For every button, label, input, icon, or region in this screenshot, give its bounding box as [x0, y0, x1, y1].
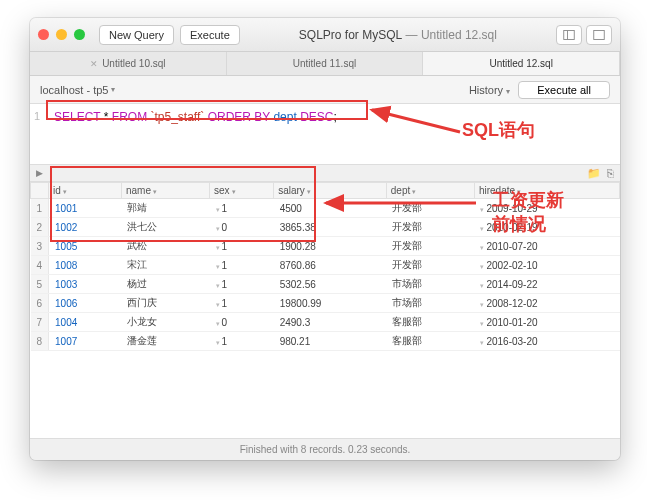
- cell-salary: 4500: [274, 199, 387, 218]
- cell-dept: 开发部: [386, 237, 474, 256]
- status-bar: Finished with 8 records. 0.23 seconds.: [30, 438, 620, 460]
- cell-name: 西门庆: [121, 294, 209, 313]
- history-dropdown[interactable]: History ▾: [469, 84, 510, 96]
- execute-all-button[interactable]: Execute all: [518, 81, 610, 99]
- folder-icon[interactable]: 📁: [587, 167, 601, 180]
- cell-id: 1001: [49, 199, 122, 218]
- results-table: id▾name▾sex▾salary▾dept▾hiredate▾ 1 1001…: [30, 182, 620, 351]
- cell-name: 杨过: [121, 275, 209, 294]
- panel-toggle-icon[interactable]: [586, 25, 612, 45]
- cell-hiredate: ▾2002-02-10: [474, 256, 619, 275]
- svg-rect-0: [564, 30, 575, 39]
- app-window: New Query Execute SQLPro for MySQL — Unt…: [30, 18, 620, 460]
- cell-id: 1002: [49, 218, 122, 237]
- line-number: 1: [34, 110, 40, 122]
- cell-hiredate: ▾2016-03-20: [474, 332, 619, 351]
- row-number: 7: [31, 313, 49, 332]
- table-row[interactable]: 8 1007 潘金莲 ▾1 980.21 客服部 ▾2016-03-20: [31, 332, 620, 351]
- cell-id: 1006: [49, 294, 122, 313]
- cell-sex: ▾1: [210, 294, 274, 313]
- table-row[interactable]: 4 1008 宋江 ▾1 8760.86 开发部 ▾2002-02-10: [31, 256, 620, 275]
- sql-editor[interactable]: 1 SELECT * FROM `tp5_staff` ORDER BY dep…: [30, 104, 620, 164]
- column-header[interactable]: [31, 183, 49, 199]
- column-header[interactable]: salary▾: [274, 183, 387, 199]
- cell-salary: 2490.3: [274, 313, 387, 332]
- cell-id: 1007: [49, 332, 122, 351]
- tab-bar: ✕Untitled 10.sql Untitled 11.sql Untitle…: [30, 52, 620, 76]
- cell-sex: ▾1: [210, 332, 274, 351]
- cell-dept: 开发部: [386, 256, 474, 275]
- table-row[interactable]: 6 1006 西门庆 ▾1 19800.99 市场部 ▾2008-12-02: [31, 294, 620, 313]
- cell-hiredate: ▾2009-10-29: [474, 199, 619, 218]
- column-header[interactable]: hiredate▾: [474, 183, 619, 199]
- cell-sex: ▾0: [210, 218, 274, 237]
- cell-name: 郭靖: [121, 199, 209, 218]
- titlebar: New Query Execute SQLPro for MySQL — Unt…: [30, 18, 620, 52]
- table-row[interactable]: 2 1002 洪七公 ▾0 3865.38 开发部 ▾2010-02-19: [31, 218, 620, 237]
- cell-sex: ▾1: [210, 199, 274, 218]
- cell-salary: 8760.86: [274, 256, 387, 275]
- tab-1[interactable]: Untitled 11.sql: [227, 52, 424, 75]
- row-number: 1: [31, 199, 49, 218]
- cell-name: 小龙女: [121, 313, 209, 332]
- minimize-icon[interactable]: [56, 29, 67, 40]
- table-row[interactable]: 5 1003 杨过 ▾1 5302.56 市场部 ▾2014-09-22: [31, 275, 620, 294]
- table-row[interactable]: 3 1005 武松 ▾1 1900.28 开发部 ▾2010-07-20: [31, 237, 620, 256]
- cell-name: 洪七公: [121, 218, 209, 237]
- row-number: 2: [31, 218, 49, 237]
- close-tab-icon[interactable]: ✕: [90, 59, 98, 69]
- column-header[interactable]: dept▾: [386, 183, 474, 199]
- cell-id: 1005: [49, 237, 122, 256]
- close-icon[interactable]: [38, 29, 49, 40]
- cell-salary: 980.21: [274, 332, 387, 351]
- connection-dropdown[interactable]: localhost - tp5▾: [40, 84, 115, 96]
- row-number: 6: [31, 294, 49, 313]
- execute-button[interactable]: Execute: [180, 25, 240, 45]
- cell-dept: 市场部: [386, 275, 474, 294]
- row-number: 3: [31, 237, 49, 256]
- cell-name: 宋江: [121, 256, 209, 275]
- svg-rect-2: [594, 30, 605, 39]
- cell-salary: 19800.99: [274, 294, 387, 313]
- sidebar-toggle-icon[interactable]: [556, 25, 582, 45]
- cell-salary: 3865.38: [274, 218, 387, 237]
- window-title: SQLPro for MySQL — Untitled 12.sql: [246, 28, 550, 42]
- cell-hiredate: ▾2014-09-22: [474, 275, 619, 294]
- row-number: 8: [31, 332, 49, 351]
- column-header[interactable]: sex▾: [210, 183, 274, 199]
- cell-name: 潘金莲: [121, 332, 209, 351]
- cell-sex: ▾1: [210, 237, 274, 256]
- row-number: 5: [31, 275, 49, 294]
- connection-toolbar: localhost - tp5▾ History ▾ Execute all: [30, 76, 620, 104]
- cell-name: 武松: [121, 237, 209, 256]
- zoom-icon[interactable]: [74, 29, 85, 40]
- cell-id: 1008: [49, 256, 122, 275]
- cell-hiredate: ▾2010-02-19: [474, 218, 619, 237]
- cell-hiredate: ▾2010-07-20: [474, 237, 619, 256]
- results-splitter[interactable]: ▶ 📁 ⎘: [30, 164, 620, 182]
- cell-hiredate: ▾2008-12-02: [474, 294, 619, 313]
- cell-id: 1003: [49, 275, 122, 294]
- row-number: 4: [31, 256, 49, 275]
- new-query-button[interactable]: New Query: [99, 25, 174, 45]
- cell-hiredate: ▾2010-01-20: [474, 313, 619, 332]
- cell-id: 1004: [49, 313, 122, 332]
- cell-salary: 1900.28: [274, 237, 387, 256]
- table-row[interactable]: 1 1001 郭靖 ▾1 4500 开发部 ▾2009-10-29: [31, 199, 620, 218]
- cell-sex: ▾0: [210, 313, 274, 332]
- export-icon[interactable]: ⎘: [607, 167, 614, 180]
- cell-dept: 开发部: [386, 199, 474, 218]
- cell-sex: ▾1: [210, 275, 274, 294]
- cell-salary: 5302.56: [274, 275, 387, 294]
- table-row[interactable]: 7 1004 小龙女 ▾0 2490.3 客服部 ▾2010-01-20: [31, 313, 620, 332]
- cell-sex: ▾1: [210, 256, 274, 275]
- results-grid: id▾name▾sex▾salary▾dept▾hiredate▾ 1 1001…: [30, 182, 620, 438]
- tab-2[interactable]: Untitled 12.sql: [423, 52, 620, 75]
- cell-dept: 开发部: [386, 218, 474, 237]
- column-header[interactable]: id▾: [49, 183, 122, 199]
- cell-dept: 市场部: [386, 294, 474, 313]
- traffic-lights: [38, 29, 85, 40]
- tab-0[interactable]: ✕Untitled 10.sql: [30, 52, 227, 75]
- chevron-right-icon: ▶: [36, 168, 43, 178]
- column-header[interactable]: name▾: [121, 183, 209, 199]
